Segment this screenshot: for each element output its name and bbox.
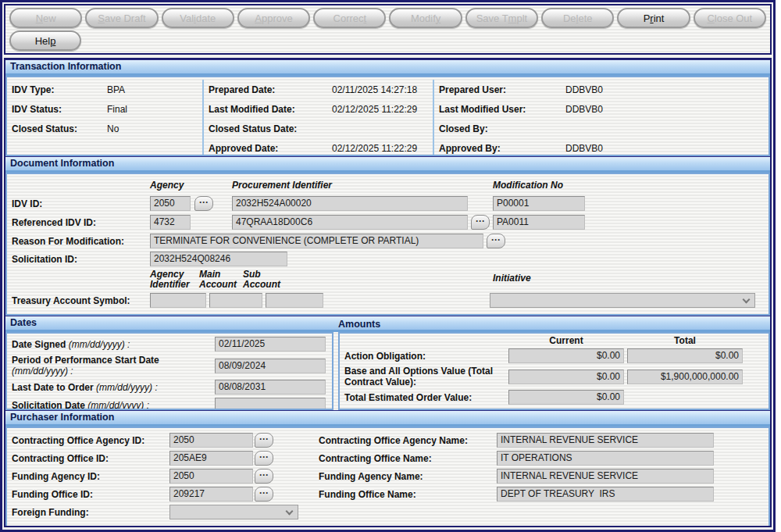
pop-start-date-field[interactable]: 08/09/2024: [215, 359, 326, 373]
contracting-office-agency-name-field[interactable]: INTERNAL REVENUE SERVICE: [497, 433, 714, 448]
closed-by-label: Closed By:: [439, 123, 565, 134]
purchaser-section-title: Purchaser Information: [10, 412, 114, 423]
tas-main-field[interactable]: [209, 293, 262, 308]
funding-agency-name-label: Funding Agency Name:: [319, 471, 497, 482]
idv-status-row: IDV Status: Final: [12, 99, 202, 119]
pop-start-date-row: Period of Performance Start Date (mm/dd/…: [7, 353, 332, 378]
idv-id-procurement-field[interactable]: 2032H524A00020: [232, 196, 468, 211]
last-modified-date-row: Last Modified Date: 02/12/2025 11:22:29: [209, 99, 433, 119]
base-options-value-label: Base and All Options Value (Total Contra…: [344, 366, 505, 387]
date-signed-label: Date Signed (mm/dd/yyyy) :: [12, 339, 215, 350]
tas-sub-header: Sub Account: [243, 270, 284, 290]
reason-for-modification-label: Reason For Modification:: [12, 236, 124, 247]
contracting-office-agency-id-field[interactable]: 2050: [169, 433, 253, 448]
last-modified-user-value: DDBVB0: [565, 104, 603, 115]
agency-column-header: Agency: [150, 180, 184, 191]
print-button[interactable]: Print: [617, 8, 690, 28]
modification-column-header: Modification No: [493, 180, 563, 191]
transaction-section-header: Transaction Information: [5, 59, 770, 76]
idv-id-modification-field[interactable]: P00001: [493, 196, 585, 211]
contracting-office-lookup-icon[interactable]: ···: [255, 451, 273, 466]
action-obligation-total-field[interactable]: $0.00: [627, 348, 743, 363]
funding-office-name-field[interactable]: DEPT OF TREASURY IRS: [497, 487, 714, 502]
base-options-total-field[interactable]: $1,900,000,000.00: [627, 370, 743, 384]
referenced-idv-procurement-field[interactable]: 47QRAA18D00C6: [232, 215, 468, 230]
funding-office-id-label: Funding Office ID:: [12, 489, 169, 500]
purchaser-section-header: Purchaser Information: [5, 410, 770, 427]
transaction-column-3: Prepared User: DDBVB0 Last Modified User…: [433, 80, 769, 155]
approve-button[interactable]: Approve: [237, 8, 310, 28]
funding-agency-row: Funding Agency ID: 2050 ··· Funding Agen…: [7, 467, 769, 485]
close-out-button[interactable]: Close Out: [694, 8, 766, 28]
last-date-to-order-label: Last Date to Order (mm/dd/yyyy) :: [12, 382, 215, 393]
prepared-user-row: Prepared User: DDBVB0: [439, 80, 769, 99]
transaction-section-title: Transaction Information: [10, 61, 121, 72]
funding-agency-id-field[interactable]: 2050: [169, 469, 253, 484]
solicitation-date-field[interactable]: [215, 398, 326, 410]
procurement-column-header: Procurement Identifier: [232, 180, 332, 191]
contracting-office-agency-lookup-icon[interactable]: ···: [255, 433, 273, 448]
correct-button[interactable]: Correct: [313, 8, 386, 28]
base-options-current-field[interactable]: $0.00: [508, 370, 624, 384]
transaction-column-1: IDV Type: BPA IDV Status: Final Closed S…: [7, 80, 202, 155]
referenced-idv-agency-field[interactable]: 4732: [150, 215, 191, 230]
approved-by-label: Approved By:: [439, 143, 565, 154]
closed-status-row: Closed Status: No: [12, 119, 202, 138]
tas-main-header: Main Account: [199, 270, 240, 290]
foreign-funding-select[interactable]: Not Applicable: [169, 505, 298, 520]
date-signed-field[interactable]: 02/11/2025: [215, 337, 326, 352]
modify-button[interactable]: Modify: [389, 8, 462, 28]
approved-date-row: Approved Date: 02/12/2025 11:22:29: [209, 138, 433, 156]
approved-date-label: Approved Date:: [209, 143, 332, 154]
approved-by-value: DDBVB0: [565, 143, 603, 154]
idv-status-label: IDV Status:: [12, 104, 107, 115]
treasury-account-symbol-label: Treasury Account Symbol:: [12, 295, 130, 306]
chevron-down-icon: [743, 296, 751, 304]
foreign-funding-row: Foreign Funding: Not Applicable: [7, 503, 769, 521]
initiative-header: Initiative: [493, 273, 531, 284]
solicitation-id-field[interactable]: 2032H524Q08246: [150, 252, 287, 266]
idv-id-agency-field[interactable]: 2050: [150, 196, 191, 211]
pop-start-date-label: Period of Performance Start Date (mm/dd/…: [12, 355, 215, 377]
funding-agency-lookup-icon[interactable]: ···: [255, 469, 273, 484]
solicitation-date-label: Solicitation Date (mm/dd/yyyy) :: [12, 400, 215, 411]
initiative-select[interactable]: Select One: [490, 293, 755, 308]
tas-agency-field[interactable]: [150, 293, 206, 308]
idv-form-page: New Save Draft Validate Approve Correct …: [0, 0, 776, 532]
purchaser-section: Contracting Office Agency ID: 2050 ··· C…: [5, 427, 770, 527]
validate-button[interactable]: Validate: [162, 8, 234, 28]
last-date-to-order-field[interactable]: 08/08/2031: [215, 380, 326, 395]
idv-type-label: IDV Type:: [12, 84, 107, 95]
reason-for-modification-field[interactable]: TERMINATE FOR CONVENIENCE (COMPLETE OR P…: [150, 234, 483, 248]
save-draft-button[interactable]: Save Draft: [85, 8, 158, 28]
help-button[interactable]: Help: [9, 30, 81, 51]
funding-agency-name-field[interactable]: INTERNAL REVENUE SERVICE: [497, 469, 714, 484]
last-modified-user-label: Last Modified User:: [439, 104, 565, 115]
total-estimated-order-current-field[interactable]: $0.00: [508, 390, 624, 405]
contracting-office-agency-name-label: Contracting Office Agency Name:: [319, 435, 497, 446]
contracting-office-agency-row: Contracting Office Agency ID: 2050 ··· C…: [7, 431, 769, 449]
action-obligation-current-field[interactable]: $0.00: [508, 348, 624, 363]
contracting-office-id-field[interactable]: 205AE9: [169, 451, 253, 466]
funding-agency-id-label: Funding Agency ID:: [12, 471, 169, 482]
current-column-header: Current: [508, 335, 624, 346]
contracting-office-name-field[interactable]: IT OPERATIONS: [497, 451, 714, 466]
reason-lookup-icon[interactable]: ···: [487, 234, 505, 248]
tas-sub-field[interactable]: [266, 293, 323, 308]
referenced-idv-lookup-icon[interactable]: ···: [471, 215, 490, 230]
funding-office-lookup-icon[interactable]: ···: [255, 487, 273, 502]
referenced-idv-modification-field[interactable]: PA0011: [493, 215, 585, 230]
delete-button[interactable]: Delete: [541, 8, 614, 28]
amounts-section-title: Amounts: [338, 318, 380, 331]
total-column-header: Total: [627, 335, 743, 346]
new-button[interactable]: New: [9, 8, 82, 28]
prepared-user-label: Prepared User:: [439, 84, 565, 95]
save-template-button[interactable]: Save Tmplt: [465, 8, 538, 28]
form-content: Transaction Information IDV Type: BPA ID…: [4, 58, 772, 527]
prepared-date-row: Prepared Date: 02/11/2025 14:27:18: [209, 80, 433, 99]
last-modified-date-label: Last Modified Date:: [209, 104, 332, 115]
contracting-office-agency-id-label: Contracting Office Agency ID:: [12, 435, 169, 446]
funding-office-id-field[interactable]: 209217: [169, 487, 253, 502]
contracting-office-row: Contracting Office ID: 205AE9 ··· Contra…: [7, 449, 769, 467]
idv-id-agency-lookup-icon[interactable]: ···: [194, 196, 213, 211]
